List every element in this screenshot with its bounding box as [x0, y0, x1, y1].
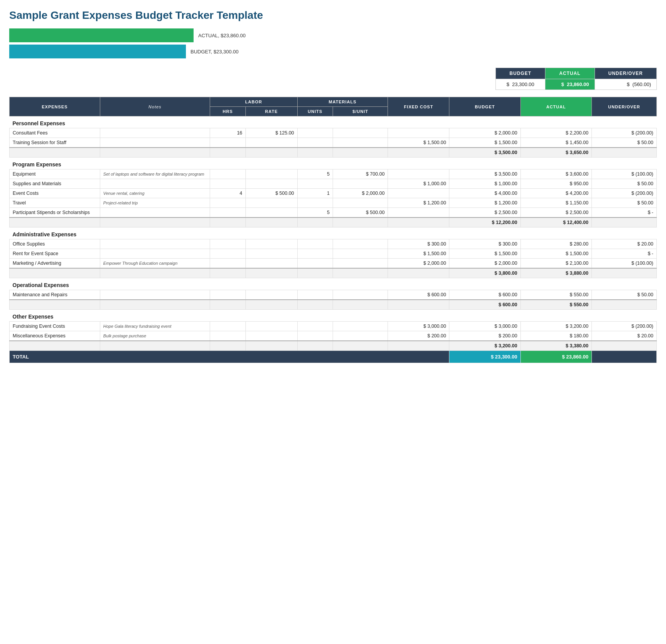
- table-row: TravelProject-related trip$ 1,200.00$ 1,…: [10, 198, 657, 208]
- summary-uo-val: (560.00): [633, 81, 651, 87]
- table-row: Rent for Event Space$ 1,500.00$ 1,500.00…: [10, 249, 657, 259]
- summary-table: BUDGET ACTUAL UNDER/OVER $ 23,300.00 $ 2…: [495, 68, 657, 90]
- section-header-3: Operational Expenses: [10, 278, 657, 290]
- table-row: EquipmentSet of laptops and software for…: [10, 169, 657, 179]
- col-group-header-row: EXPENSES Notes LABOR MATERIALS FIXED COS…: [10, 97, 657, 107]
- summary-uo-sym: $: [627, 81, 630, 87]
- section-header-2: Administrative Expenses: [10, 227, 657, 239]
- table-row: Office Supplies$ 300.00$ 300.00$ 280.00$…: [10, 239, 657, 249]
- summary-section: BUDGET ACTUAL UNDER/OVER $ 23,300.00 $ 2…: [9, 68, 657, 90]
- page-title: Sample Grant Expenses Budget Tracker Tem…: [9, 9, 657, 22]
- table-row: Maintenance and Repairs$ 600.00$ 600.00$…: [10, 290, 657, 300]
- summary-budget-header: BUDGET: [496, 68, 545, 79]
- header-rate: RATE: [245, 107, 297, 116]
- summary-actual-sym: $: [561, 81, 564, 87]
- summary-budget-sym: $: [507, 81, 509, 87]
- main-table: EXPENSES Notes LABOR MATERIALS FIXED COS…: [9, 97, 657, 363]
- header-underover: UNDER/OVER: [591, 97, 656, 116]
- subtotal-row-2: $ 3,800.00$ 3,880.00: [10, 268, 657, 278]
- summary-underover-cell: $ (560.00): [595, 79, 656, 90]
- subtotal-row-3: $ 600.00$ 550.00: [10, 300, 657, 310]
- total-label: TOTAL: [10, 351, 449, 363]
- header-hrs: HRS: [210, 107, 246, 116]
- total-budget: $ 23,300.00: [449, 351, 520, 363]
- chart-budget-row: BUDGET, $23,300.00: [9, 45, 657, 58]
- header-labor: LABOR: [210, 97, 297, 107]
- actual-label: ACTUAL, $23,860.00: [198, 33, 246, 38]
- budget-bar: [9, 45, 186, 58]
- section-header-1: Program Expenses: [10, 158, 657, 169]
- table-row: Event CostsVenue rental, catering4$ 500.…: [10, 189, 657, 198]
- header-fixed-cost: FIXED COST: [388, 97, 449, 116]
- header-units: UNITS: [297, 107, 333, 116]
- table-row: Supplies and Materials$ 1,000.00$ 1,000.…: [10, 179, 657, 189]
- subtotal-row-1: $ 12,200.00$ 12,400.00: [10, 217, 657, 227]
- header-notes: Notes: [100, 97, 210, 116]
- summary-budget-val: 23,300.00: [512, 81, 534, 87]
- section-header-4: Other Expenses: [10, 310, 657, 322]
- subtotal-row-0: $ 3,500.00$ 3,650.00: [10, 148, 657, 158]
- header-materials: MATERIALS: [297, 97, 388, 107]
- chart-actual-row: ACTUAL, $23,860.00: [9, 28, 657, 42]
- budget-label: BUDGET, $23,300.00: [191, 49, 239, 55]
- section-header-0: Personnel Expenses: [10, 116, 657, 128]
- table-row: Marketing / AdvertisingEmpower Through E…: [10, 259, 657, 269]
- table-row: Miscellaneous ExpensesBulk postage purch…: [10, 331, 657, 341]
- summary-budget-cell: $ 23,300.00: [496, 79, 545, 90]
- summary-actual-val: 23,860.00: [567, 81, 589, 87]
- table-row: Participant Stipends or Scholarships5$ 5…: [10, 208, 657, 218]
- table-row: Consultant Fees16$ 125.00$ 2,000.00$ 2,2…: [10, 128, 657, 138]
- header-budget: BUDGET: [449, 97, 520, 116]
- total-actual: $ 23,860.00: [520, 351, 591, 363]
- summary-actual-header: ACTUAL: [545, 68, 595, 79]
- header-unit-cost: $/UNIT: [333, 107, 388, 116]
- subtotal-row-4: $ 3,200.00$ 3,380.00: [10, 341, 657, 351]
- total-row: TOTAL$ 23,300.00$ 23,860.00: [10, 351, 657, 363]
- header-expenses: EXPENSES: [10, 97, 100, 116]
- summary-actual-cell: $ 23,860.00: [545, 79, 595, 90]
- actual-bar: [9, 28, 194, 42]
- summary-underover-header: UNDER/OVER: [595, 68, 656, 79]
- chart-section: ACTUAL, $23,860.00 BUDGET, $23,300.00: [9, 28, 657, 58]
- header-actual: ACTUAL: [520, 97, 591, 116]
- table-row: Training Session for Staff$ 1,500.00$ 1,…: [10, 138, 657, 148]
- table-row: Fundraising Event CostsHope Gala literac…: [10, 322, 657, 331]
